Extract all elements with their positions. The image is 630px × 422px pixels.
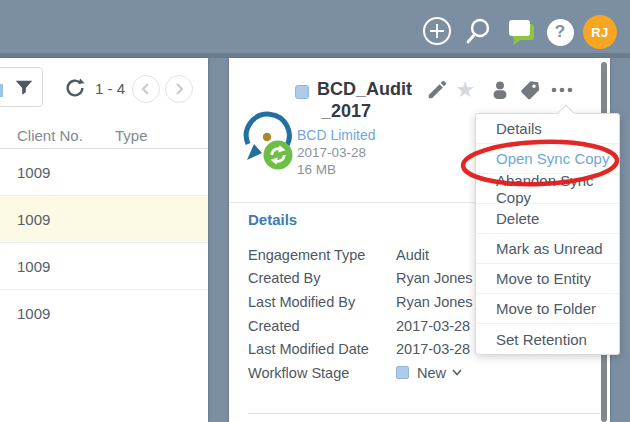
client-no-cell: 1009 bbox=[0, 305, 50, 322]
field-value: 2017-03-28 bbox=[396, 341, 470, 357]
workflow-stage-swatch bbox=[396, 366, 409, 379]
column-header-type[interactable]: Type bbox=[115, 127, 148, 144]
assign-user-button[interactable] bbox=[489, 79, 511, 101]
field-value: Ryan Jones bbox=[396, 294, 473, 310]
entity-link[interactable]: BCD Limited bbox=[297, 126, 376, 144]
edit-icon bbox=[426, 79, 448, 101]
table-row[interactable]: 1009 bbox=[0, 149, 208, 196]
menu-item-open-sync-copy[interactable]: Open Sync Copy bbox=[476, 144, 619, 174]
app-window: ? RJ 1 - 4 Client No. bbox=[0, 0, 630, 422]
chevron-down-icon bbox=[452, 369, 462, 376]
field-label: Workflow Stage bbox=[248, 365, 396, 381]
chevron-left-icon bbox=[133, 76, 159, 102]
refresh-button[interactable] bbox=[63, 77, 87, 101]
menu-item-move-to-entity[interactable]: Move to Entity bbox=[476, 264, 619, 294]
field-value: Ryan Jones bbox=[396, 270, 473, 286]
next-section-divider bbox=[248, 413, 600, 414]
working-papers-logo bbox=[240, 108, 298, 176]
more-actions-button[interactable] bbox=[549, 79, 571, 101]
edit-button[interactable] bbox=[426, 79, 448, 101]
table-row[interactable]: 1009 bbox=[0, 290, 208, 337]
clipped-view-icon bbox=[0, 84, 3, 97]
client-no-cell: 1009 bbox=[0, 258, 50, 275]
tag-icon bbox=[519, 79, 541, 101]
field-label: Created By bbox=[248, 270, 396, 286]
client-no-cell: 1009 bbox=[0, 164, 50, 181]
workflow-row: Workflow Stage New bbox=[248, 361, 598, 385]
refresh-icon bbox=[64, 77, 86, 99]
top-bar: ? RJ bbox=[0, 0, 630, 58]
person-icon bbox=[489, 79, 511, 101]
field-value: 2017-03-28 bbox=[396, 318, 470, 334]
chevron-right-icon bbox=[166, 76, 192, 102]
menu-item-delete[interactable]: Delete bbox=[476, 204, 619, 234]
pagination-range: 1 - 4 bbox=[95, 80, 125, 97]
document-title: BCD_Audit _2017 bbox=[317, 78, 412, 122]
star-icon: ★ bbox=[455, 77, 475, 102]
file-size: 16 MB bbox=[297, 161, 376, 178]
document-meta: BCD Limited 2017-03-28 16 MB bbox=[297, 126, 376, 178]
field-label: Created bbox=[248, 318, 396, 334]
avatar[interactable]: RJ bbox=[583, 15, 617, 49]
modified-date: 2017-03-28 bbox=[297, 144, 376, 161]
details-section-title: Details bbox=[248, 211, 297, 228]
table-row-selected[interactable]: 1009 bbox=[0, 196, 208, 243]
next-page-button[interactable] bbox=[165, 75, 193, 103]
field-label: Engagement Type bbox=[248, 247, 396, 263]
field-label: Last Modified By bbox=[248, 294, 396, 310]
search-button[interactable] bbox=[461, 15, 495, 49]
help-icon: ? bbox=[547, 19, 574, 46]
favorite-button[interactable]: ★ bbox=[454, 79, 476, 101]
chat-button[interactable] bbox=[502, 15, 536, 49]
chat-icon bbox=[503, 15, 535, 47]
add-button[interactable] bbox=[420, 15, 454, 49]
more-actions-menu: Details Open Sync Copy Abandon Sync Copy… bbox=[475, 113, 620, 355]
menu-item-move-to-folder[interactable]: Move to Folder bbox=[476, 294, 619, 324]
workflow-stage-dropdown[interactable]: New bbox=[396, 365, 462, 381]
table-row[interactable]: 1009 bbox=[0, 243, 208, 290]
field-label: Last Modified Date bbox=[248, 341, 396, 357]
menu-item-details[interactable]: Details bbox=[476, 114, 619, 144]
document-checkbox[interactable] bbox=[295, 85, 309, 99]
tag-button[interactable] bbox=[519, 79, 541, 101]
field-value: Audit bbox=[396, 247, 429, 263]
client-no-cell: 1009 bbox=[0, 211, 50, 228]
more-icon bbox=[549, 79, 575, 101]
prev-page-button[interactable] bbox=[132, 75, 160, 103]
funnel-icon bbox=[13, 77, 35, 99]
search-icon bbox=[463, 16, 493, 46]
filter-button[interactable] bbox=[0, 67, 43, 107]
add-icon bbox=[422, 16, 452, 46]
menu-item-set-retention[interactable]: Set Retention bbox=[476, 324, 619, 354]
help-button[interactable]: ? bbox=[543, 15, 577, 49]
menu-item-mark-as-unread[interactable]: Mark as Unread bbox=[476, 234, 619, 264]
workflow-stage-value: New bbox=[417, 365, 446, 381]
entity-list-panel: 1 - 4 Client No. Type 1009 1009 1009 100… bbox=[0, 58, 208, 422]
menu-item-abandon-sync-copy[interactable]: Abandon Sync Copy bbox=[476, 174, 619, 204]
column-header-client-no[interactable]: Client No. bbox=[17, 127, 83, 144]
